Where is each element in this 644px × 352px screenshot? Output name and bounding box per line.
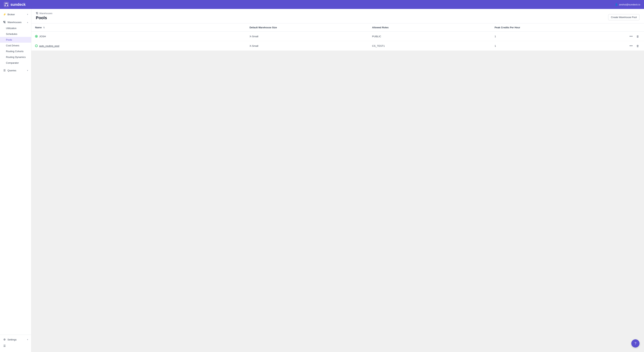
col-header-name[interactable]: Name ⇅ — [31, 23, 246, 32]
more-options-button[interactable]: ••• — [628, 44, 634, 48]
col-header-actions — [614, 23, 644, 32]
logo-icon — [4, 2, 9, 7]
col-name-label: Name — [35, 26, 42, 29]
sidebar-item-routing-dynamics[interactable]: Routing Dynamics — [0, 54, 31, 60]
sidebar-settings-label: Settings — [8, 338, 16, 341]
sidebar-item-comparator[interactable]: Comparator — [0, 60, 31, 66]
app-logo[interactable]: sundeck — [4, 2, 26, 7]
header-left: 🏗 Warehouses Pools — [36, 12, 52, 20]
sidebar-item-warehouses[interactable]: 🏗 Warehouses ▴ — [0, 19, 31, 25]
warehouses-icon: 🏗 — [3, 21, 6, 24]
sidebar-section-broker: ⚡ Broker ▾ — [0, 10, 31, 18]
sidebar-item-pools[interactable]: Pools — [0, 37, 31, 43]
row-allowed-roles: CS_TEST1 — [368, 41, 491, 51]
queries-icon: ☰ — [3, 69, 6, 72]
row-name-cell: auto_routing_pool — [31, 41, 246, 51]
sidebar-bottom: ⚙ Settings ▾ ☰ — [0, 335, 31, 351]
app-name: sundeck — [10, 2, 26, 7]
name-cell-inner: auto_routing_pool — [35, 44, 242, 47]
menu-icon: ☰ — [3, 344, 6, 347]
row-peak-credits: 1 — [491, 32, 614, 41]
sort-icon: ⇅ — [43, 26, 45, 29]
delete-button[interactable]: 🗑 — [635, 44, 640, 48]
sidebar-item-routing-cohorts[interactable]: Routing Cohorts — [0, 48, 31, 54]
status-paused-icon — [35, 44, 38, 47]
sidebar-item-schedules[interactable]: Schedules — [0, 31, 31, 37]
sidebar-warehouses-label: Warehouses — [8, 21, 22, 24]
sidebar-section-warehouses: 🏗 Warehouses ▴ Utilization Schedules Poo… — [0, 18, 31, 66]
settings-chevron-icon: ▾ — [27, 339, 28, 341]
sidebar-queries-label: Queries — [8, 69, 16, 72]
user-menu[interactable]: 👤 anshul@sundeck.io — [615, 3, 640, 6]
col-header-warehouse-size: Default Warehouse Size — [246, 23, 368, 32]
row-actions-cell: ••• 🗑 — [614, 32, 644, 41]
pool-name-auto-routing: auto_routing_pool — [39, 44, 59, 47]
pool-name-josh: JOSH — [39, 35, 46, 38]
user-icon: 👤 — [615, 3, 618, 6]
sidebar-broker-label: Broker — [8, 13, 15, 16]
sidebar-item-cost-drivers[interactable]: Cost Drivers — [0, 43, 31, 48]
row-actions: ••• 🗑 — [617, 34, 640, 38]
create-warehouse-pool-button[interactable]: Create Warehouse Pool — [608, 14, 640, 20]
table-header: Name ⇅ Default Warehouse Size Allowed Ro… — [31, 23, 644, 32]
warehouses-chevron-icon: ▴ — [27, 21, 28, 23]
sidebar-item-settings[interactable]: ⚙ Settings ▾ — [0, 336, 31, 343]
user-email: anshul@sundeck.io — [619, 3, 640, 6]
row-name-cell: JOSH — [31, 32, 246, 41]
main-content: 🏗 Warehouses Pools Create Warehouse Pool… — [31, 9, 644, 352]
sidebar-item-queries[interactable]: ☰ Queries ▾ — [0, 67, 31, 74]
row-allowed-roles: PUBLIC — [368, 32, 491, 41]
sidebar-item-broker[interactable]: ⚡ Broker ▾ — [0, 11, 31, 17]
row-actions-cell: ••• 🗑 — [614, 41, 644, 51]
breadcrumb-icon: 🏗 — [36, 12, 38, 15]
row-warehouse-size: X-Small — [246, 32, 368, 41]
sidebar-item-menu[interactable]: ☰ — [0, 343, 31, 349]
more-options-button[interactable]: ••• — [628, 34, 634, 38]
routing-cohorts-label: Routing Cohorts — [6, 50, 24, 53]
help-button[interactable]: ? — [631, 339, 640, 348]
name-cell-inner: JOSH — [35, 35, 242, 38]
col-header-allowed-roles: Allowed Roles — [368, 23, 491, 32]
sidebar-item-utilization[interactable]: Utilization — [0, 25, 31, 31]
delete-button[interactable]: 🗑 — [635, 34, 640, 38]
pools-table: Name ⇅ Default Warehouse Size Allowed Ro… — [31, 23, 644, 51]
breadcrumb: 🏗 Warehouses — [36, 12, 52, 15]
routing-dynamics-label: Routing Dynamics — [6, 56, 26, 58]
breadcrumb-label: Warehouses — [39, 12, 52, 15]
schedules-label: Schedules — [6, 33, 17, 35]
row-warehouse-size: X-Small — [246, 41, 368, 51]
table-body: JOSH X-Small PUBLIC 1 ••• 🗑 — [31, 32, 644, 51]
broker-icon: ⚡ — [3, 13, 6, 16]
table-area: Name ⇅ Default Warehouse Size Allowed Ro… — [31, 23, 644, 352]
row-actions: ••• 🗑 — [617, 44, 640, 48]
svg-rect-2 — [6, 4, 7, 6]
queries-chevron-icon: ▾ — [27, 69, 28, 72]
sidebar-section-queries: ☰ Queries ▾ — [0, 66, 31, 74]
settings-icon: ⚙ — [3, 338, 6, 341]
svg-rect-3 — [5, 3, 8, 4]
col-header-peak-credits: Peak Credits Per Hour — [491, 23, 614, 32]
col-peak-credits-label: Peak Credits Per Hour — [494, 26, 520, 29]
table-row: JOSH X-Small PUBLIC 1 ••• 🗑 — [31, 32, 644, 41]
col-warehouse-size-label: Default Warehouse Size — [250, 26, 277, 29]
pools-label: Pools — [6, 38, 12, 41]
app-body: ⚡ Broker ▾ 🏗 Warehouses ▴ Utilization Sc… — [0, 9, 644, 352]
sidebar-spacer — [0, 74, 31, 335]
utilization-label: Utilization — [6, 27, 16, 30]
cost-drivers-label: Cost Drivers — [6, 44, 20, 47]
top-nav: sundeck 👤 anshul@sundeck.io — [0, 0, 644, 9]
status-active-icon — [35, 35, 38, 38]
col-allowed-roles-label: Allowed Roles — [372, 26, 388, 29]
comparator-label: Comparator — [6, 61, 19, 64]
main-header: 🏗 Warehouses Pools Create Warehouse Pool — [31, 9, 644, 23]
sidebar: ⚡ Broker ▾ 🏗 Warehouses ▴ Utilization Sc… — [0, 9, 31, 352]
row-peak-credits: 1 — [491, 41, 614, 51]
broker-chevron-icon: ▾ — [27, 13, 28, 16]
table-row: auto_routing_pool X-Small CS_TEST1 1 •••… — [31, 41, 644, 51]
page-title: Pools — [36, 15, 52, 20]
